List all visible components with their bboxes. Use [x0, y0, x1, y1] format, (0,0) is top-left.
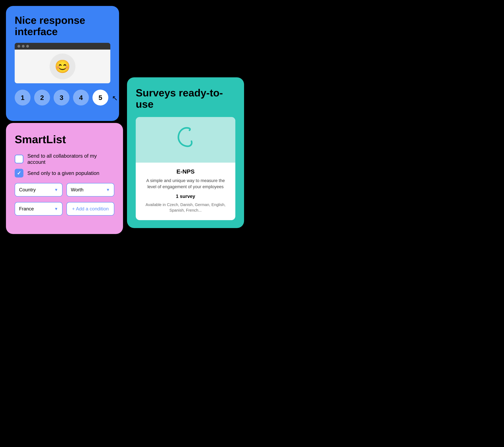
template-languages: Available in Czech, Danish, German, Engl… — [142, 202, 229, 213]
teal-card-title: Surveys ready-to-use — [136, 87, 235, 110]
france-value: France — [19, 206, 34, 212]
browser-bar — [15, 43, 110, 50]
template-logo-icon — [176, 126, 196, 154]
template-description: A simple and unique way to measure the l… — [142, 178, 229, 190]
rating-btn-2[interactable]: 2 — [34, 90, 50, 105]
browser-window: 😊 — [15, 43, 110, 83]
france-dropdown[interactable]: France ▼ — [15, 202, 62, 216]
worth-dropdown[interactable]: Worth ▼ — [67, 183, 114, 197]
template-name: E-NPS — [142, 168, 229, 175]
checkbox-label-1: Send to all collaborators of my account — [27, 153, 114, 165]
pink-card-title: SmartList — [15, 133, 114, 146]
pink-card: SmartList Send to all collaborators of m… — [6, 123, 123, 234]
template-card-top — [136, 117, 235, 163]
chevron-down-icon-2: ▼ — [106, 188, 110, 192]
add-condition-label: + Add a condition — [72, 206, 109, 212]
chevron-down-icon-3: ▼ — [54, 207, 58, 211]
rating-row: 1 2 3 4 5 ↖ — [15, 90, 118, 105]
smiley-icon: 😊 — [50, 53, 75, 79]
chevron-down-icon: ▼ — [54, 188, 58, 192]
checkbox-row-1: Send to all collaborators of my account — [15, 153, 114, 165]
blue-card: Nice response interface 😊 1 2 3 4 5 ↖ — [6, 6, 119, 121]
browser-dot-1 — [18, 45, 20, 48]
rating-btn-1[interactable]: 1 — [15, 90, 31, 105]
checkbox-2[interactable] — [15, 169, 23, 177]
country-value: Country — [19, 187, 36, 192]
rating-btn-3[interactable]: 3 — [54, 90, 70, 105]
filter-row-1: Country ▼ Worth ▼ — [15, 183, 114, 197]
template-card-bottom: E-NPS A simple and unique way to measure… — [136, 163, 235, 219]
add-condition-button[interactable]: + Add a condition — [67, 202, 114, 216]
rating-btn-4[interactable]: 4 — [73, 90, 89, 105]
rating-btn-5[interactable]: 5 — [92, 90, 108, 105]
template-count: 1 survey — [142, 193, 229, 199]
blue-card-title: Nice response interface — [15, 15, 110, 37]
browser-dot-2 — [22, 45, 25, 48]
browser-dot-3 — [26, 45, 29, 48]
template-card: E-NPS A simple and unique way to measure… — [136, 117, 235, 220]
worth-value: Worth — [71, 187, 84, 192]
teal-card: Surveys ready-to-use E-NPS A simple and … — [127, 77, 244, 228]
checkbox-1[interactable] — [15, 155, 23, 163]
cursor-icon: ↖ — [112, 94, 118, 102]
country-dropdown[interactable]: Country ▼ — [15, 183, 62, 197]
filter-row-2: France ▼ + Add a condition — [15, 202, 114, 216]
checkbox-row-2: Send only to a given population — [15, 169, 114, 177]
browser-content: 😊 — [15, 50, 110, 83]
checkbox-label-2: Send only to a given population — [27, 170, 99, 176]
